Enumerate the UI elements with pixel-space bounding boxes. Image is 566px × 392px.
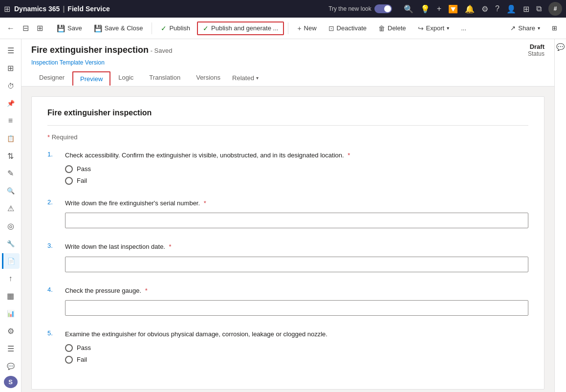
tab-bar: Designer Preview Logic Translation Versi…	[31, 70, 544, 86]
question-1-options: Pass Fail	[65, 165, 528, 185]
question-1-pass-label: Pass	[77, 165, 91, 173]
question-1-pass-radio[interactable]	[65, 165, 73, 173]
question-1-num: 1.	[47, 151, 59, 158]
question-1-fail-label: Fail	[77, 177, 87, 184]
status-sublabel: Status	[528, 50, 544, 57]
question-5-pass-radio[interactable]	[65, 344, 73, 352]
brand-divider: |	[63, 5, 65, 13]
content-area: Fire extinguisher inspection - Saved Dra…	[22, 39, 554, 392]
sidebar-item-list[interactable]: ☰	[2, 341, 20, 357]
sidebar-item-circle[interactable]: ◎	[2, 218, 20, 234]
deactivate-icon: ⊡	[328, 24, 334, 32]
tab-translation[interactable]: Translation	[141, 70, 188, 86]
module-name: Field Service	[67, 5, 109, 13]
expand-button[interactable]: ⊞	[547, 22, 562, 34]
sidebar-item-notes[interactable]: ✎	[2, 166, 20, 181]
sidebar-item-inspect[interactable]: 🔍	[2, 183, 20, 199]
question-3-num: 3.	[47, 242, 59, 249]
sidebar-item-form[interactable]: 📄	[2, 253, 20, 269]
page-icon[interactable]: ⊟	[20, 22, 32, 35]
microsoft-icon[interactable]: ⊞	[523, 4, 529, 14]
form-divider	[47, 125, 528, 126]
sidebar-item-chat[interactable]: 💬	[2, 358, 20, 374]
avatar[interactable]: #	[548, 2, 562, 16]
sidebar-item-settings[interactable]: ⚙	[2, 324, 20, 339]
question-5-fail-option[interactable]: Fail	[65, 356, 528, 364]
form-area: Fire extinguisher inspection * Required …	[22, 87, 554, 392]
expand-icon: ⊞	[552, 24, 557, 32]
sidebar-item-sort[interactable]: ⇅	[2, 148, 20, 164]
try-new-label: Try the new look	[328, 5, 371, 12]
question-2-text: Write down the fire extinguisher's seria…	[65, 198, 528, 208]
deactivate-button[interactable]: ⊡ Deactivate	[324, 22, 371, 35]
sidebar-item-report[interactable]: 📊	[2, 306, 20, 322]
tab-versions[interactable]: Versions	[188, 70, 228, 86]
try-new-toggle[interactable]	[374, 4, 392, 13]
deactivate-label: Deactivate	[337, 24, 367, 32]
question-3-text: Write down the last inspection date. *	[65, 242, 528, 252]
question-5-pass-label: Pass	[77, 344, 91, 351]
tab-designer[interactable]: Designer	[31, 70, 72, 86]
sidebar-item-recent[interactable]: ⏱	[2, 78, 20, 94]
multi-window-icon[interactable]: ⧉	[536, 4, 542, 13]
new-tab-icon[interactable]: ⊞	[34, 22, 46, 35]
sidebar-item-home[interactable]: ⊞	[2, 61, 20, 76]
new-button[interactable]: + New	[292, 22, 321, 35]
cmd-right-area: ↗ Share ▾ ⊞	[505, 22, 562, 34]
plus-icon[interactable]: +	[437, 4, 441, 13]
question-2-required-mark: *	[204, 199, 206, 207]
sidebar-item-user-s[interactable]: S	[4, 376, 18, 388]
sidebar-item-menu[interactable]: ☰	[2, 43, 20, 59]
delete-button[interactable]: 🗑 Delete	[373, 22, 411, 35]
bell-icon[interactable]: 🔔	[465, 4, 475, 14]
sidebar-item-upload[interactable]: ↑	[2, 271, 20, 286]
more-button[interactable]: ...	[456, 22, 471, 34]
question-1-fail-option[interactable]: Fail	[65, 177, 528, 185]
lightbulb-icon[interactable]: 💡	[420, 4, 430, 14]
page-title-area: Fire extinguisher inspection - Saved	[31, 45, 172, 55]
question-1-fail-radio[interactable]	[65, 177, 73, 185]
sidebar-item-data[interactable]: ▦	[2, 288, 20, 304]
publish-check-icon: ✓	[161, 24, 167, 32]
try-new-look: Try the new look	[328, 4, 392, 13]
question-5-pass-option[interactable]: Pass	[65, 344, 528, 352]
share-chevron-icon: ▾	[538, 25, 540, 31]
required-text: Required	[52, 133, 78, 141]
question-5-text: Examine the extinguisher for obvious phy…	[65, 329, 528, 339]
sidebar-item-tools[interactable]: 🔧	[2, 236, 20, 251]
question-3-input[interactable]	[65, 257, 528, 272]
separator-1	[152, 22, 152, 34]
back-button[interactable]: ←	[4, 22, 18, 35]
grid-icon[interactable]: ⊞	[4, 4, 10, 14]
export-icon: ↪	[418, 24, 424, 32]
question-4-input[interactable]	[65, 300, 528, 316]
search-icon[interactable]: 🔍	[404, 4, 414, 14]
user-icon[interactable]: 👤	[506, 4, 516, 14]
share-button[interactable]: ↗ Share ▾	[505, 22, 545, 34]
page-title: Fire extinguisher inspection	[31, 45, 149, 55]
required-note: * Required	[47, 133, 528, 141]
filter-icon[interactable]: 🔽	[448, 4, 458, 14]
tab-logic[interactable]: Logic	[110, 70, 141, 86]
save-close-button[interactable]: 💾 Save & Close	[89, 22, 148, 35]
sidebar-item-warning[interactable]: ⚠	[2, 201, 20, 217]
chat-panel-icon[interactable]: 💬	[556, 43, 565, 51]
question-5-fail-radio[interactable]	[65, 356, 73, 364]
publish-generate-button[interactable]: ✓ Publish and generate ...	[197, 22, 284, 35]
publish-button[interactable]: ✓ Publish	[156, 22, 195, 35]
sidebar-item-pinned[interactable]: 📌	[2, 96, 20, 111]
sidebar-item-entities[interactable]: ≡	[2, 113, 20, 129]
tab-preview[interactable]: Preview	[72, 71, 110, 86]
export-button[interactable]: ↪ Export ▾	[413, 22, 455, 35]
question-1-pass-option[interactable]: Pass	[65, 165, 528, 173]
gear-icon[interactable]: ⚙	[481, 4, 488, 14]
question-2-input[interactable]	[65, 213, 528, 228]
tab-related[interactable]: Related ▾	[228, 70, 262, 86]
save-button[interactable]: 💾 Save	[52, 22, 87, 35]
help-icon[interactable]: ?	[495, 4, 500, 13]
sidebar-item-activities[interactable]: 📋	[2, 131, 20, 146]
status-value: Draft	[528, 43, 544, 50]
share-icon: ↗	[510, 24, 516, 32]
related-chevron-icon: ▾	[256, 75, 259, 81]
save-icon: 💾	[57, 24, 65, 32]
